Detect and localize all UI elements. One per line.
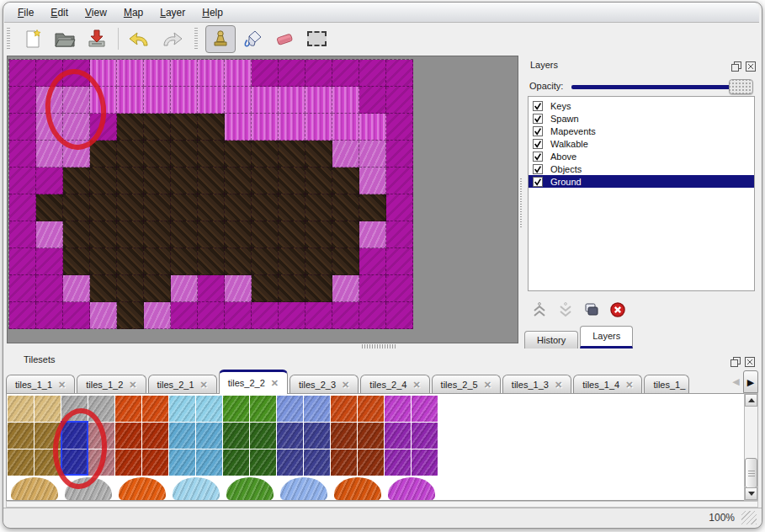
- map-tile-light-purple-grass[interactable]: [63, 114, 90, 141]
- map-tile-light-purple-grass[interactable]: [63, 141, 90, 168]
- delete-layer-button[interactable]: [608, 301, 627, 319]
- tileset-tile-cry0[interactable]: [304, 396, 331, 423]
- map-tile-magenta-grass[interactable]: [9, 87, 36, 114]
- map-tile-dark-rock[interactable]: [279, 248, 305, 275]
- tileset-tile-cry1[interactable]: [277, 423, 304, 450]
- close-tab-icon[interactable]: ✕: [129, 380, 136, 391]
- layer-visibility-checkbox[interactable]: [533, 126, 543, 136]
- tileset-tile-ice1[interactable]: [196, 450, 223, 476]
- close-panel-icon[interactable]: [745, 355, 755, 365]
- undo-button[interactable]: [125, 25, 155, 53]
- float-panel-icon[interactable]: [731, 60, 741, 70]
- float-panel-icon[interactable]: [730, 355, 741, 365]
- map-tile-dark-rock[interactable]: [198, 141, 225, 168]
- map-tile-dark-rock[interactable]: [252, 275, 279, 302]
- opacity-slider[interactable]: [571, 85, 750, 89]
- map-tile-dark-rock[interactable]: [279, 275, 305, 302]
- map-tile-dark-rock[interactable]: [252, 141, 279, 168]
- map-tile-pink-knit-grass[interactable]: [279, 114, 305, 141]
- tileset-horizontal-scrollbar[interactable]: [6, 501, 758, 508]
- menu-help[interactable]: Help: [194, 5, 231, 20]
- map-tile-light-purple-grass[interactable]: [36, 141, 63, 168]
- tileset-tile-org1[interactable]: [142, 450, 169, 476]
- tileset-tab-tiles_1_1[interactable]: tiles_1_1✕: [6, 375, 75, 394]
- map-tile-dark-rock[interactable]: [225, 141, 252, 168]
- map-tile-magenta-grass[interactable]: [9, 141, 36, 168]
- map-tile-magenta-grass[interactable]: [63, 60, 90, 87]
- tileset-tab-tiles_2_4[interactable]: tiles_2_4✕: [360, 375, 429, 394]
- map-tile-magenta-grass[interactable]: [90, 114, 117, 141]
- map-tile-pink-knit-grass[interactable]: [305, 114, 332, 141]
- tileset-tile-orgB[interactable]: [119, 477, 166, 501]
- map-tile-dark-rock[interactable]: [198, 221, 225, 248]
- tileset-tile-grn1[interactable]: [223, 450, 250, 476]
- tileset-tab-tiles_2_1[interactable]: tiles_2_1✕: [148, 375, 217, 394]
- menu-view[interactable]: View: [77, 5, 115, 20]
- move-layer-down-button[interactable]: [556, 301, 575, 319]
- map-tile-magenta-grass[interactable]: [386, 275, 413, 302]
- map-tile-magenta-grass[interactable]: [36, 302, 63, 329]
- close-tab-icon[interactable]: ✕: [625, 380, 633, 391]
- map-tile-light-purple-grass[interactable]: [225, 275, 252, 302]
- map-tile-magenta-grass[interactable]: [386, 114, 413, 141]
- map-tile-dark-rock[interactable]: [171, 114, 198, 141]
- map-tile-pink-knit-grass[interactable]: [90, 60, 117, 87]
- map-tile-magenta-grass[interactable]: [36, 168, 63, 194]
- map-tile-dark-rock[interactable]: [252, 194, 279, 221]
- map-grid[interactable]: [8, 59, 413, 329]
- map-tile-magenta-grass[interactable]: [9, 221, 36, 248]
- map-tile-light-purple-grass[interactable]: [63, 87, 90, 114]
- map-tile-pink-knit-grass[interactable]: [225, 60, 252, 87]
- map-tile-dark-rock[interactable]: [359, 194, 386, 221]
- layer-row-ground[interactable]: Ground: [529, 175, 754, 188]
- map-tile-dark-rock[interactable]: [171, 194, 198, 221]
- map-tile-dark-rock[interactable]: [198, 114, 225, 141]
- layer-visibility-checkbox[interactable]: [533, 177, 543, 187]
- map-tile-magenta-grass[interactable]: [252, 60, 279, 87]
- redo-button[interactable]: [157, 25, 187, 53]
- map-tile-dark-rock[interactable]: [117, 168, 144, 194]
- map-tile-pink-knit-grass[interactable]: [144, 60, 171, 87]
- map-tile-light-purple-grass[interactable]: [171, 275, 198, 302]
- map-tile-magenta-grass[interactable]: [198, 302, 225, 329]
- map-tile-dark-rock[interactable]: [90, 141, 117, 168]
- map-tile-dark-rock[interactable]: [225, 248, 252, 275]
- map-tile-magenta-grass[interactable]: [386, 141, 413, 168]
- map-tile-pink-knit-grass[interactable]: [252, 114, 279, 141]
- map-tile-dark-rock[interactable]: [117, 194, 144, 221]
- tileset-tile-iceB[interactable]: [173, 477, 220, 501]
- tileset-tile-red0[interactable]: [331, 396, 358, 423]
- map-tile-light-purple-grass[interactable]: [36, 87, 63, 114]
- map-tile-dark-rock[interactable]: [252, 168, 279, 194]
- tileset-tab-tiles_2_5[interactable]: tiles_2_5✕: [432, 375, 501, 394]
- tileset-tab-tiles_1[interactable]: tiles_1_: [644, 375, 689, 394]
- map-tile-magenta-grass[interactable]: [386, 194, 413, 221]
- map-tile-magenta-grass[interactable]: [359, 275, 386, 302]
- map-tile-dark-rock[interactable]: [90, 194, 117, 221]
- move-layer-up-button[interactable]: [530, 301, 549, 319]
- map-tile-magenta-grass[interactable]: [9, 114, 36, 141]
- tileset-tile-org1[interactable]: [115, 450, 142, 476]
- map-tile-dark-rock[interactable]: [63, 194, 90, 221]
- new-file-button[interactable]: [18, 25, 48, 53]
- map-tile-dark-rock[interactable]: [63, 221, 90, 248]
- tileset-tile-tanB[interactable]: [11, 477, 58, 501]
- tileset-tile-grn0[interactable]: [250, 396, 277, 423]
- tileset-tile-tan1[interactable]: [35, 450, 61, 476]
- tab-scroll-right-button[interactable]: ▶: [743, 370, 758, 393]
- map-tile-dark-rock[interactable]: [171, 168, 198, 194]
- tileset-tile-red0[interactable]: [358, 396, 385, 423]
- map-tile-dark-rock[interactable]: [305, 168, 332, 194]
- duplicate-layer-button[interactable]: [582, 301, 601, 319]
- tab-layers[interactable]: Layers: [580, 326, 633, 348]
- map-tile-dark-rock[interactable]: [144, 168, 171, 194]
- tileset-tile-tan0[interactable]: [35, 396, 61, 423]
- tileset-tile-ice1[interactable]: [196, 423, 223, 450]
- tileset-tile-ice0[interactable]: [169, 396, 196, 423]
- map-tile-pink-knit-grass[interactable]: [198, 87, 225, 114]
- tileset-tile-cry1[interactable]: [304, 450, 331, 476]
- map-tile-pink-knit-grass[interactable]: [332, 87, 359, 114]
- map-tile-magenta-grass[interactable]: [9, 302, 36, 329]
- tileset-tile-tan1[interactable]: [8, 423, 35, 450]
- map-tile-magenta-grass[interactable]: [359, 60, 386, 87]
